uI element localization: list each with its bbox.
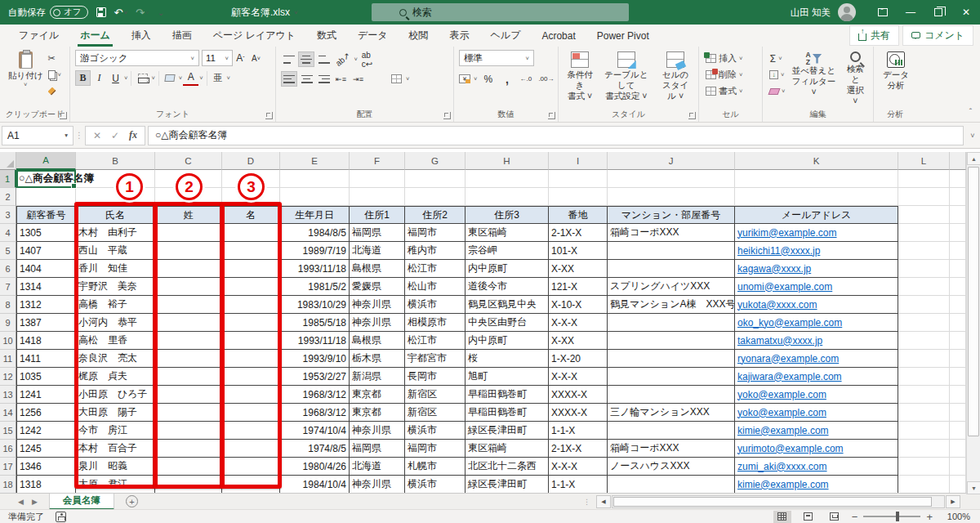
cell-edge11[interactable] (950, 350, 966, 368)
cell-B16[interactable]: 本村 百合子 (76, 440, 155, 458)
cell-G1[interactable] (405, 170, 466, 188)
cell-L4[interactable] (898, 224, 950, 242)
cell-D17[interactable] (222, 458, 280, 476)
cell-H11[interactable]: 桜 (466, 350, 549, 368)
font-size-select[interactable]: 11˅ (202, 50, 233, 66)
cell-L15[interactable] (898, 422, 950, 440)
cell-D15[interactable] (222, 422, 280, 440)
cell-G4[interactable]: 福岡市 (405, 224, 466, 242)
cell-B18[interactable]: 大原 君江 (76, 476, 155, 493)
increase-decimal-button[interactable]: ←.0 (518, 71, 533, 87)
cell-styles-button[interactable]: セルの スタイル ˅ (656, 50, 695, 103)
cell-B17[interactable]: 泉川 昭義 (76, 458, 155, 476)
cell-E10[interactable]: 1993/11/18 (280, 332, 350, 350)
merge-center-button[interactable] (389, 71, 404, 87)
row-header-10[interactable]: 10 (0, 332, 16, 350)
cell-J13[interactable] (608, 386, 735, 404)
cell-A10[interactable]: 1418 (16, 332, 76, 350)
column-header-edge[interactable] (950, 152, 966, 170)
cell-J14[interactable]: 三ノ輪マンションXXX (608, 404, 735, 422)
cell-G5[interactable]: 稚内市 (405, 242, 466, 260)
cell-B10[interactable]: 高松 里香 (76, 332, 155, 350)
cell-edge2[interactable] (950, 188, 966, 206)
cell-L14[interactable] (898, 404, 950, 422)
cell-K2[interactable] (735, 188, 898, 206)
cell-F9[interactable]: 神奈川県 (350, 314, 405, 332)
cell-I18[interactable]: 1-1-X (549, 476, 608, 493)
cell-G3[interactable]: 住所2 (405, 206, 466, 224)
cell-B14[interactable]: 大田原 陽子 (76, 404, 155, 422)
wrap-text-button[interactable]: abc↩ (359, 51, 375, 67)
cut-button[interactable]: ✂ (47, 51, 63, 65)
cell-J4[interactable]: 箱崎コーポXXX (608, 224, 735, 242)
cell-G13[interactable]: 新宿区 (405, 386, 466, 404)
cell-L6[interactable] (898, 260, 950, 278)
formula-bar-splitter[interactable]: ⋮ (74, 131, 85, 140)
cell-E17[interactable]: 1980/4/26 (280, 458, 350, 476)
row-header-16[interactable]: 16 (0, 440, 16, 458)
format-cells-button[interactable]: 書式˅ (704, 84, 759, 98)
cell-A6[interactable]: 1404 (16, 260, 76, 278)
ribbon-tab-挿入[interactable]: 挿入 (121, 25, 162, 47)
cell-F15[interactable]: 神奈川県 (350, 422, 405, 440)
cell-J15[interactable] (608, 422, 735, 440)
cell-edge3[interactable] (950, 206, 966, 224)
cell-B3[interactable]: 氏名 (76, 206, 155, 224)
orientation-button[interactable]: ab↗ (331, 47, 355, 72)
cell-F18[interactable]: 神奈川県 (350, 476, 405, 493)
cell-C6[interactable] (155, 260, 222, 278)
cell-C14[interactable] (155, 404, 222, 422)
cell-B2[interactable] (76, 188, 155, 206)
cell-K11[interactable]: ryonara@example.com (735, 350, 898, 368)
cell-I2[interactable] (549, 188, 608, 206)
cell-H1[interactable] (466, 170, 549, 188)
cell-L7[interactable] (898, 278, 950, 296)
conditional-formatting-button[interactable]: 条件付き 書式 ˅ (564, 50, 596, 103)
cell-J3[interactable]: マンション・部屋番号 (608, 206, 735, 224)
ribbon-tab-Power Pivot[interactable]: Power Pivot (586, 25, 660, 47)
cell-K17[interactable]: zumi_aki@xxxx.com (735, 458, 898, 476)
cell-A3[interactable]: 顧客番号 (16, 206, 76, 224)
cell-L10[interactable] (898, 332, 950, 350)
cell-F8[interactable]: 神奈川県 (350, 296, 405, 314)
name-box[interactable]: A1▾ (2, 126, 74, 145)
cell-G15[interactable]: 横浜市 (405, 422, 466, 440)
cell-K12[interactable]: kajiwara@example.com (735, 368, 898, 386)
cell-edge16[interactable] (950, 440, 966, 458)
sort-filter-button[interactable]: AZ 並べ替えと フィルター ˅ (788, 50, 839, 99)
cell-A14[interactable]: 1256 (16, 404, 76, 422)
cell-I7[interactable]: 121-X (549, 278, 608, 296)
email-link[interactable]: takamatxu@xxxx.jp (737, 335, 822, 346)
horizontal-scrollbar[interactable] (612, 495, 945, 508)
cell-edge4[interactable] (950, 224, 966, 242)
cancel-entry-icon[interactable]: ✕ (89, 130, 105, 141)
ribbon-tab-ページ レイアウト[interactable]: ページ レイアウト (203, 25, 306, 47)
column-header-J[interactable]: J (608, 152, 735, 170)
cell-A15[interactable]: 1242 (16, 422, 76, 440)
sheet-nav-arrows[interactable]: ◀▶ (0, 498, 49, 506)
insert-function-icon[interactable]: fx (125, 129, 141, 141)
paste-button[interactable]: 貼り付け˅ (5, 50, 47, 91)
cell-D18[interactable] (222, 476, 280, 493)
column-header-D[interactable]: D (222, 152, 280, 170)
ribbon-tab-校閲[interactable]: 校閲 (399, 25, 439, 47)
ribbon-tab-描画[interactable]: 描画 (162, 25, 203, 47)
cell-H5[interactable]: 宗谷岬 (466, 242, 549, 260)
row-header-18[interactable]: 18 (0, 476, 16, 493)
cell-G10[interactable]: 松江市 (405, 332, 466, 350)
row-header-8[interactable]: 8 (0, 296, 16, 314)
email-link[interactable]: kimie@example.com (737, 425, 829, 436)
cell-J18[interactable] (608, 476, 735, 493)
cell-B7[interactable]: 宇野沢 美奈 (76, 278, 155, 296)
cell-edge5[interactable] (950, 242, 966, 260)
cell-E7[interactable]: 1981/5/2 (280, 278, 350, 296)
cell-A4[interactable]: 1305 (16, 224, 76, 242)
bold-button[interactable]: B (75, 70, 91, 86)
cell-A2[interactable] (16, 188, 76, 206)
cell-D11[interactable] (222, 350, 280, 368)
row-header-9[interactable]: 9 (0, 314, 16, 332)
row-header-12[interactable]: 12 (0, 368, 16, 386)
cell-K9[interactable]: oko_kyo@example.com (735, 314, 898, 332)
cell-C17[interactable] (155, 458, 222, 476)
accessibility-checker-icon[interactable] (56, 512, 66, 522)
